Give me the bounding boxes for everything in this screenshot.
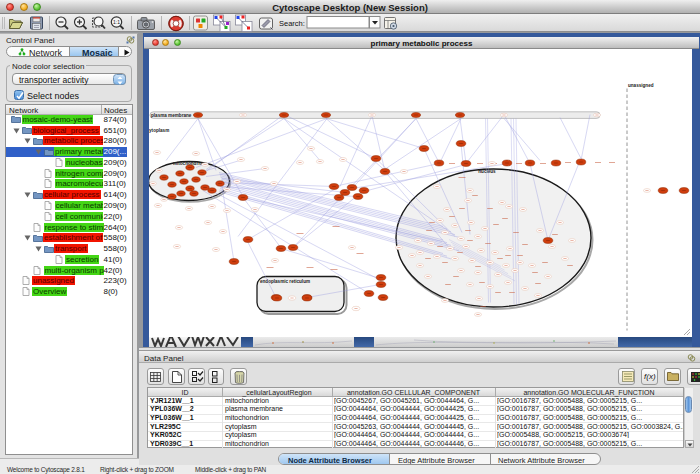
svg-text:Search:: Search: (279, 19, 305, 28)
svg-text:nucleus: nucleus (478, 168, 496, 173)
svg-text:cytoplasm: cytoplasm (149, 128, 169, 133)
svg-text:unassigned: unassigned (628, 83, 654, 88)
svg-text:plasma membrane: plasma membrane (151, 113, 192, 118)
